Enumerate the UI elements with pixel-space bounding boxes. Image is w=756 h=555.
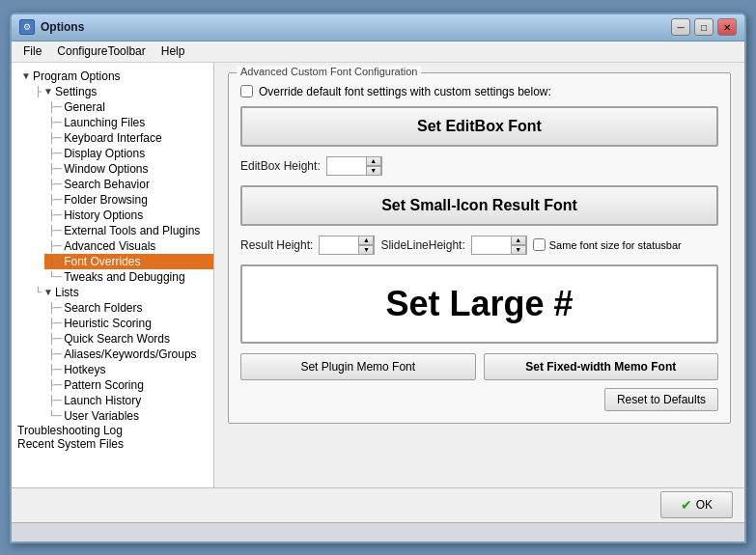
editbox-height-spinner-buttons: ▲ ▼ [366, 156, 381, 176]
sidebar-item-settings[interactable]: ├ ▼ Settings [31, 84, 213, 99]
sidebar-item-advanced-visuals[interactable]: ├─Advanced Visuals [44, 238, 213, 254]
set-editbox-font-button[interactable]: Set EditBox Font [240, 106, 718, 147]
sidebar-item-hotkeys[interactable]: ├─Hotkeys [44, 362, 213, 377]
ok-label: OK [696, 498, 713, 512]
menu-file[interactable]: File [15, 42, 49, 60]
bottom-buttons-row: Set Plugin Memo Font Set Fixed-width Mem… [240, 353, 718, 380]
override-checkbox[interactable] [240, 85, 253, 97]
sidebar-item-window-options[interactable]: ├─Window Options [44, 161, 213, 177]
set-plugin-memo-button[interactable]: Set Plugin Memo Font [240, 353, 476, 380]
reset-defaults-button[interactable]: Reset to Defaults [604, 388, 718, 411]
sidebar-item-quick-search-words[interactable]: ├─Quick Search Words [44, 331, 213, 347]
sidebar-item-program-options[interactable]: ▼ Program Options [17, 69, 213, 84]
sidebar-item-aliases[interactable]: ├─Aliases/Keywords/Groups [44, 347, 213, 362]
tree-root: ▼ Program Options ├ ▼ Settings [12, 69, 213, 451]
same-font-label: Same font size for statusbar [549, 239, 682, 251]
program-options-children: ├ ▼ Settings ├─General ├─Launching Files… [17, 84, 213, 424]
ok-checkmark: ✔ [681, 497, 692, 513]
close-button[interactable]: ✕ [717, 18, 737, 36]
settings-label: Settings [55, 85, 97, 98]
set-fixed-width-memo-button[interactable]: Set Fixed-width Memo Font [484, 353, 719, 380]
menu-help[interactable]: Help [154, 42, 193, 60]
reset-row: Reset to Defaults [240, 388, 718, 411]
sidebar-item-keyboard-interface[interactable]: ├─Keyboard Interface [44, 130, 213, 146]
advanced-font-config-group: Advanced Custom Font Configuration Overr… [228, 72, 731, 424]
editbox-height-spinner: 28 ▲ ▼ [326, 156, 382, 176]
title-bar-buttons: ─ □ ✕ [671, 18, 737, 36]
sidebar-item-launch-history[interactable]: ├─Launch History [44, 393, 213, 408]
tree-node-settings: ├ ▼ Settings ├─General ├─Launching Files… [31, 84, 213, 285]
slideline-height-input[interactable]: 11 [472, 236, 511, 254]
sidebar-item-lists[interactable]: └ ▼ Lists [31, 285, 213, 300]
result-height-row: Result Height: 20 ▲ ▼ SlideLineHeight: 1… [240, 236, 718, 255]
result-height-up-button[interactable]: ▲ [358, 236, 374, 245]
sidebar-item-pattern-scoring[interactable]: ├─Pattern Scoring [44, 377, 213, 393]
tree-node-program-options: ▼ Program Options ├ ▼ Settings [17, 69, 213, 424]
connector-icon: └ [35, 287, 42, 297]
expand-icon: ▼ [43, 86, 53, 97]
result-height-input[interactable]: 20 [320, 236, 358, 254]
ok-button[interactable]: ✔ OK [660, 491, 733, 518]
result-height-label: Result Height: [240, 238, 313, 252]
sidebar-item-launching-files[interactable]: ├─Launching Files [44, 115, 213, 130]
same-font-checkbox[interactable] [533, 238, 546, 251]
lists-label: Lists [55, 286, 79, 299]
expand-icon: ▼ [21, 70, 31, 81]
slideline-height-spinner: 11 ▲ ▼ [471, 236, 527, 255]
tree-node-lists: └ ▼ Lists ├─Search Folders ├─Heuristic S… [31, 285, 213, 424]
font-overrides-label: Font Overrides [64, 255, 140, 268]
menu-configure-toolbar[interactable]: ConfigureToolbar [49, 42, 153, 60]
window-title: Options [41, 20, 671, 34]
minimize-button[interactable]: ─ [671, 18, 690, 36]
menu-bar: File ConfigureToolbar Help [12, 42, 744, 63]
sidebar-item-general[interactable]: ├─General [44, 99, 213, 115]
window-icon: ⚙ [19, 19, 35, 35]
editbox-height-down-button[interactable]: ▼ [366, 166, 381, 176]
set-large-hash-button[interactable]: Set Large # [240, 264, 718, 344]
slideline-height-down-button[interactable]: ▼ [511, 245, 526, 255]
slideline-height-up-button[interactable]: ▲ [511, 236, 526, 245]
settings-children: ├─General ├─Launching Files ├─Keyboard I… [31, 99, 213, 285]
result-height-spinner: 20 ▲ ▼ [319, 236, 375, 255]
main-window: ⚙ Options ─ □ ✕ File ConfigureToolbar He… [10, 13, 746, 543]
maximize-button[interactable]: □ [694, 18, 714, 36]
sidebar-item-troubleshooting[interactable]: Troubleshooting Log [17, 424, 213, 437]
override-checkbox-label: Override default font settings with cust… [259, 85, 551, 98]
slideline-height-spinner-buttons: ▲ ▼ [511, 236, 526, 255]
editbox-height-input[interactable]: 28 [327, 157, 366, 175]
statusbar [12, 522, 744, 541]
sidebar-item-font-overrides[interactable]: ├─Font Overrides [44, 254, 213, 269]
same-font-row: Same font size for statusbar [533, 238, 682, 251]
title-bar: ⚙ Options ─ □ ✕ [12, 14, 744, 42]
editbox-height-label: EditBox Height: [240, 159, 321, 173]
sidebar-item-search-folders[interactable]: ├─Search Folders [44, 300, 213, 316]
group-box-title: Advanced Custom Font Configuration [237, 66, 421, 77]
main-panel: Advanced Custom Font Configuration Overr… [214, 63, 744, 487]
sidebar-item-user-variables[interactable]: └─User Variables [44, 408, 213, 424]
sidebar-item-history-options[interactable]: ├─History Options [44, 208, 213, 223]
editbox-height-row: EditBox Height: 28 ▲ ▼ [240, 156, 718, 176]
override-checkbox-row: Override default font settings with cust… [240, 85, 718, 98]
slideline-height-label: SlideLineHeight: [380, 238, 464, 252]
editbox-height-up-button[interactable]: ▲ [366, 156, 381, 166]
footer: ✔ OK [12, 487, 744, 522]
sidebar-item-external-tools[interactable]: ├─External Tools and Plugins [44, 223, 213, 238]
sidebar-item-recent-system-files[interactable]: Recent System Files [17, 437, 213, 451]
sidebar: ▼ Program Options ├ ▼ Settings [12, 63, 214, 487]
sidebar-item-search-behavior[interactable]: ├─Search Behavior [44, 177, 213, 192]
sidebar-item-display-options[interactable]: ├─Display Options [44, 146, 213, 161]
sidebar-item-heuristic-scoring[interactable]: ├─Heuristic Scoring [44, 316, 213, 331]
connector-icon: ├ [35, 86, 42, 97]
sidebar-item-tweaks-debugging[interactable]: └─Tweaks and Debugging [44, 269, 213, 285]
program-options-label: Program Options [33, 69, 121, 83]
sidebar-item-folder-browsing[interactable]: ├─Folder Browsing [44, 192, 213, 208]
expand-icon: ▼ [43, 287, 53, 297]
content-area: ▼ Program Options ├ ▼ Settings [12, 63, 744, 487]
set-small-icon-font-button[interactable]: Set Small-Icon Result Font [240, 185, 718, 226]
lists-children: ├─Search Folders ├─Heuristic Scoring ├─Q… [31, 300, 213, 424]
result-height-down-button[interactable]: ▼ [358, 245, 374, 255]
result-height-spinner-buttons: ▲ ▼ [358, 236, 374, 255]
